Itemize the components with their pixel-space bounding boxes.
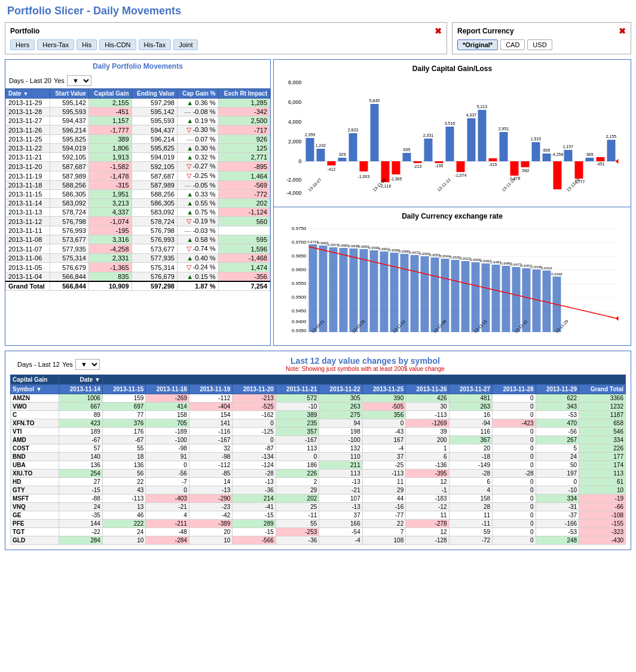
table-row: -717 [218, 125, 270, 135]
list-item: -87 [233, 444, 276, 453]
list-item: 32 [189, 444, 232, 453]
list-item: 0 [536, 478, 579, 486]
list-item: -67 [59, 436, 102, 444]
list-item: -505 [362, 403, 405, 411]
list-item: -56 [536, 428, 579, 436]
table-row: 2013-11-06 [6, 254, 50, 263]
list-item: 113 [319, 470, 362, 478]
list-item: -7 [146, 478, 189, 486]
table-row: 2013-11-04 [6, 272, 50, 282]
table-row: -451 [88, 108, 132, 116]
list-item: 6 [449, 478, 492, 486]
list-item: -28 [449, 470, 492, 478]
list-item: -395 [406, 470, 449, 478]
svg-rect-92 [329, 247, 338, 332]
svg-text:0.9750: 0.9750 [292, 226, 307, 231]
table-row: 583,092 [50, 199, 89, 208]
col-1114: 2013-11-14 [59, 385, 102, 394]
table-row: -569 [218, 181, 270, 190]
svg-text:13-10-27: 13-10-27 [307, 177, 322, 192]
list-item: -88 [59, 495, 102, 503]
movements-filter-dropdown[interactable]: ▼ [67, 75, 91, 86]
svg-rect-116 [451, 260, 460, 332]
list-item: VWO [11, 403, 59, 411]
list-item: 22 [102, 478, 145, 486]
svg-rect-20 [371, 104, 379, 161]
grand-total-start: 566,844 [50, 281, 89, 291]
portfolio-clear-icon[interactable]: ✖ [435, 26, 442, 36]
table-row: 595,142 [50, 99, 89, 108]
portfolio-header: Portfolio [10, 27, 39, 35]
svg-text:0.9416: 0.9416 [541, 266, 552, 270]
list-item: 55 [276, 520, 319, 528]
table-row: ▽ -0.19 % [177, 217, 218, 226]
svg-text:-213: -213 [413, 164, 421, 168]
table-row: 2013-11-26 [6, 125, 50, 135]
col-1127: 2013-11-27 [449, 385, 492, 394]
table-row: 586,305 [50, 190, 89, 199]
list-item: -15 [233, 528, 276, 536]
tag-joint[interactable]: Joint [173, 39, 198, 50]
currency-cad[interactable]: CAD [500, 39, 525, 50]
tag-his-cdn[interactable]: His-CDN [99, 39, 136, 50]
table-row: 125 [218, 144, 270, 153]
list-item: 222 [102, 520, 145, 528]
list-item: 4 [146, 511, 189, 520]
bottom-section: Days - Last 12 Yes ▼ Last 12 day value c… [5, 351, 631, 550]
svg-text:5,845: 5,845 [369, 99, 380, 103]
list-item: 0 [493, 511, 536, 520]
table-row: 2013-11-18 [6, 181, 50, 190]
col-dates-span [102, 375, 625, 385]
tag-his[interactable]: His [77, 39, 97, 50]
table-row: 597,298 [132, 99, 177, 108]
list-item: 2 [276, 478, 319, 486]
table-row: 2,500 [218, 116, 270, 125]
list-item: C [11, 411, 59, 419]
currency-options: *Original* CAD USD [457, 39, 626, 50]
svg-text:13-11-12: 13-11-12 [436, 177, 451, 192]
table-row: 1,913 [88, 153, 132, 162]
table-row: 576,798 [50, 217, 89, 226]
list-item: 248 [536, 536, 579, 545]
table-row: ▲ 0.40 % [177, 254, 218, 263]
svg-rect-50 [532, 142, 540, 161]
table-row: 1,474 [218, 263, 270, 272]
table-row: 588,256 [50, 181, 89, 190]
bottom-filter-dropdown[interactable]: ▼ [75, 359, 100, 370]
currency-original[interactable]: *Original* [457, 39, 498, 50]
table-row: 1,285 [218, 99, 270, 108]
list-item: -98 [146, 444, 189, 453]
tag-his-tax[interactable]: His-Tax [139, 39, 172, 50]
svg-rect-60 [586, 158, 594, 161]
table-row: — -0.05 % [177, 181, 218, 190]
table-row: 587,989 [50, 171, 89, 181]
table-row: 595,593 [50, 108, 89, 116]
table-row: ▽ -0.25 % [177, 171, 218, 181]
table-row: -1,468 [218, 254, 270, 263]
currency-usd[interactable]: USD [527, 39, 552, 50]
left-panel: Daily Portfolio Movements Days - Last 20… [5, 59, 271, 346]
svg-rect-108 [411, 255, 419, 332]
table-row [218, 226, 270, 235]
table-row: 2013-11-27 [6, 116, 50, 125]
list-item: 140 [59, 453, 102, 461]
tag-hers-tax[interactable]: Hers-Tax [37, 39, 74, 50]
table-row: 576,993 [132, 235, 177, 244]
tag-hers[interactable]: Hers [10, 39, 35, 50]
list-item: 10 [102, 536, 145, 545]
col-1129: 2013-11-29 [536, 385, 579, 394]
table-row: 389 [88, 135, 132, 144]
table-row: 2013-11-11 [6, 226, 50, 235]
list-item: 176 [102, 428, 145, 436]
list-item: XIU.TO [11, 470, 59, 478]
svg-text:0.9550: 0.9550 [292, 281, 307, 286]
table-row: -1,777 [88, 125, 132, 135]
list-item: -108 [579, 511, 626, 520]
list-item: -18 [449, 453, 492, 461]
list-item: 10 [189, 536, 232, 545]
table-row: 835 [88, 272, 132, 282]
svg-rect-124 [492, 265, 500, 332]
table-row: -195 [88, 226, 132, 235]
list-item: 11 [362, 478, 405, 486]
currency-clear-icon[interactable]: ✖ [619, 26, 626, 36]
